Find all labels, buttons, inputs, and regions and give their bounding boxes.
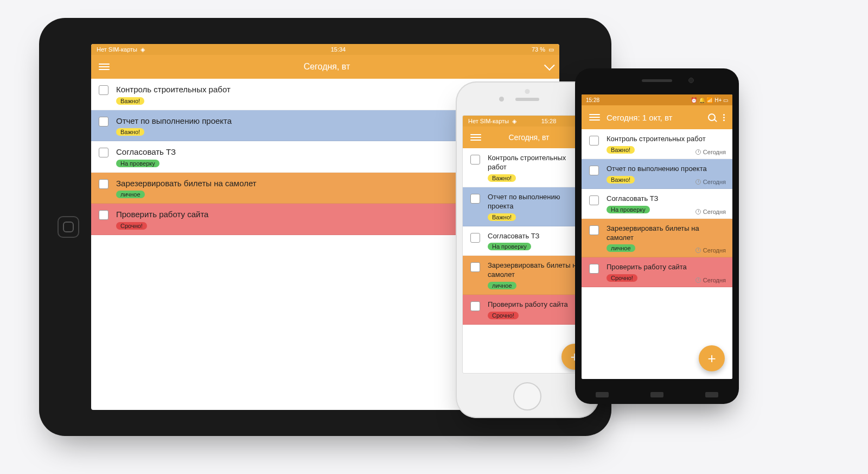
task-checkbox[interactable]	[589, 264, 599, 274]
task-row[interactable]: Согласовать ТЗНа проверку	[463, 226, 592, 256]
home-key[interactable]	[650, 392, 663, 397]
clock-icon	[695, 179, 701, 185]
task-title: Согласовать ТЗ	[488, 232, 584, 241]
task-title: Зарезервировать билеты на самолет	[607, 224, 725, 243]
battery-percent: 73 %	[532, 46, 545, 53]
task-checkbox[interactable]	[470, 262, 480, 272]
task-tag: Важно!	[607, 146, 635, 154]
task-row[interactable]: Отчет по выполнению проектаВажно!Сегодня	[582, 159, 732, 189]
clock-icon	[695, 277, 701, 283]
status-time: 15:34	[331, 46, 346, 53]
task-title: Зарезервировать билеты на самолет	[488, 261, 584, 280]
clock-icon	[695, 149, 701, 155]
status-time: 15:28	[541, 118, 557, 124]
iphone-screen: Нет SIM-карты ◈ 15:28 ▭ Сегодня, вт Конт…	[462, 115, 592, 374]
android-nav-keys	[575, 392, 739, 397]
menu-icon[interactable]	[99, 64, 110, 70]
iphone-camera-icon	[499, 97, 504, 102]
task-title: Отчет по выполнению проекта	[607, 165, 725, 174]
menu-icon[interactable]	[589, 114, 600, 121]
task-tag: Срочно!	[607, 274, 637, 282]
task-row[interactable]: Контроль строительных работВажно!Сегодня	[582, 129, 732, 159]
sim-status: Нет SIM-карты	[97, 46, 137, 53]
task-checkbox[interactable]	[99, 179, 108, 189]
status-icons: ⏰ 🔔 📶 H+ ▭	[691, 97, 728, 103]
task-tag: На проверку	[488, 243, 531, 250]
task-row[interactable]: Проверить работу сайтаСрочно!	[463, 295, 592, 325]
task-tag: Важно!	[116, 128, 144, 136]
clock-icon	[695, 209, 701, 214]
add-task-button[interactable]: +	[699, 345, 725, 371]
android-camera-icon	[688, 78, 694, 83]
task-tag: личное	[488, 282, 516, 289]
tablet-home-button[interactable]	[58, 216, 79, 238]
task-title: Отчет по выполнению проекта	[488, 193, 584, 211]
back-key[interactable]	[596, 392, 609, 397]
task-tag: На проверку	[116, 160, 159, 167]
tablet-statusbar: Нет SIM-карты ◈ 15:34 73 % ▭	[91, 44, 559, 55]
task-title: Согласовать ТЗ	[607, 194, 725, 204]
task-checkbox[interactable]	[99, 210, 108, 220]
task-due: Сегодня	[695, 208, 726, 215]
android-statusbar: 15:28 ⏰ 🔔 📶 H+ ▭	[582, 94, 732, 105]
task-due: Сегодня	[695, 179, 726, 185]
sim-status: Нет SIM-карты	[468, 118, 509, 124]
task-tag: личное	[607, 244, 635, 252]
task-row[interactable]: Проверить работу сайтаСрочно!Сегодня	[582, 257, 732, 287]
page-title: Сегодня, вт	[481, 133, 577, 142]
clock-icon	[695, 248, 701, 253]
task-checkbox[interactable]	[99, 117, 108, 127]
task-row[interactable]: Контроль строительных работВажно!	[463, 148, 592, 187]
android-appbar: Сегодня: 1 окт, вт	[582, 105, 732, 129]
task-checkbox[interactable]	[470, 194, 480, 204]
task-tag: Важно!	[488, 213, 516, 221]
wifi-icon: ◈	[141, 46, 145, 53]
search-icon[interactable]	[708, 113, 716, 121]
recent-key[interactable]	[705, 392, 718, 397]
more-icon[interactable]	[723, 114, 725, 121]
task-row[interactable]: Зарезервировать билеты на самолетличное	[463, 256, 592, 295]
menu-icon[interactable]	[470, 134, 481, 141]
page-title: Сегодня, вт	[110, 62, 544, 72]
iphone-appbar: Сегодня, вт	[463, 127, 592, 148]
task-title: Контроль строительных работ	[607, 135, 725, 144]
status-time: 15:28	[586, 97, 599, 103]
task-row[interactable]: Зарезервировать билеты на самолетличноеС…	[582, 219, 732, 258]
task-checkbox[interactable]	[470, 155, 480, 165]
iphone-statusbar: Нет SIM-карты ◈ 15:28 ▭	[463, 116, 592, 127]
task-due: Сегодня	[695, 149, 726, 155]
task-title: Проверить работу сайта	[488, 300, 584, 309]
iphone-task-list: Контроль строительных работВажно!Отчет п…	[463, 148, 592, 325]
task-title: Проверить работу сайта	[607, 263, 725, 272]
tablet-appbar: Сегодня, вт	[91, 55, 559, 79]
task-checkbox[interactable]	[99, 85, 108, 95]
task-tag: Срочно!	[488, 312, 519, 319]
task-checkbox[interactable]	[589, 225, 599, 235]
task-checkbox[interactable]	[589, 136, 599, 146]
iphone-speaker-icon	[515, 98, 539, 101]
task-tag: Важно!	[116, 97, 144, 105]
task-checkbox[interactable]	[589, 166, 599, 175]
task-row[interactable]: Согласовать ТЗНа проверкуСегодня	[582, 189, 732, 219]
iphone-sensor-icon	[525, 89, 530, 94]
iphone-home-button[interactable]	[513, 382, 541, 410]
wifi-icon: ◈	[512, 118, 516, 125]
android-task-list: Контроль строительных работВажно!Сегодня…	[582, 129, 732, 287]
android-speaker-icon	[642, 79, 672, 82]
task-tag: личное	[116, 191, 145, 198]
android-device: 15:28 ⏰ 🔔 📶 H+ ▭ Сегодня: 1 окт, вт Конт…	[575, 68, 739, 404]
task-checkbox[interactable]	[470, 233, 480, 243]
task-due: Сегодня	[695, 247, 726, 254]
task-tag: Важно!	[607, 176, 635, 184]
task-tag: Важно!	[488, 174, 516, 182]
chevron-down-icon[interactable]	[544, 60, 555, 71]
task-tag: На проверку	[607, 206, 650, 213]
task-checkbox[interactable]	[99, 148, 108, 157]
task-title: Контроль строительных работ	[488, 154, 584, 172]
task-checkbox[interactable]	[470, 301, 480, 311]
task-checkbox[interactable]	[589, 195, 599, 205]
page-title: Сегодня: 1 окт, вт	[600, 113, 708, 122]
battery-icon: ▭	[548, 46, 554, 53]
task-row[interactable]: Отчет по выполнению проектаВажно!	[463, 187, 592, 226]
android-screen: 15:28 ⏰ 🔔 📶 H+ ▭ Сегодня: 1 окт, вт Конт…	[582, 94, 732, 379]
